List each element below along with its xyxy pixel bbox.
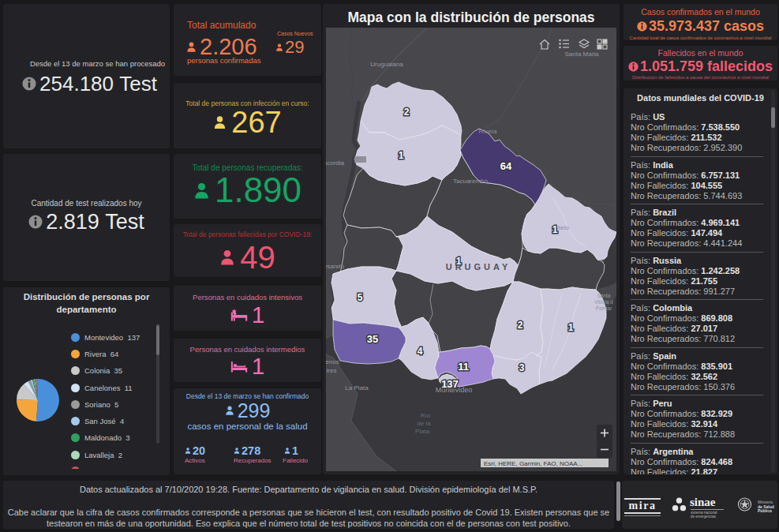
svg-text:Tacuarembó: Tacuarembó [453,178,489,185]
svg-text:Vitória d: Vitória d [594,299,613,305]
svg-text:Plata: Plata [415,428,430,435]
svg-text:11: 11 [458,361,469,373]
svg-text:Concordia: Concordia [326,159,345,167]
svg-text:3: 3 [519,362,525,373]
svg-text:Santa: Santa [597,293,611,298]
svg-text:Rivera: Rivera [478,128,497,135]
svg-text:1: 1 [552,224,558,235]
svg-text:4: 4 [418,346,423,357]
svg-text:1: 1 [568,322,574,333]
svg-text:Santa Maria: Santa Maria [564,51,599,58]
svg-text:Río: Río [421,412,431,419]
svg-text:Esri, HERE, Garmin, FAO, NOAA.: Esri, HERE, Garmin, FAO, NOAA... [484,460,582,467]
svg-text:de la: de la [417,420,431,427]
svg-text:1: 1 [456,256,462,267]
svg-text:1: 1 [399,150,404,161]
svg-text:2: 2 [518,320,523,331]
svg-text:La Plata: La Plata [345,384,369,392]
svg-text:Palmar: Palmar [596,305,612,311]
svg-text:ires: ires [327,367,337,374]
svg-text:Uruguaiana: Uruguaiana [370,61,403,68]
svg-text:137: 137 [441,378,459,390]
svg-text:64: 64 [500,160,512,172]
svg-text:35: 35 [367,333,378,345]
svg-text:2: 2 [404,107,410,118]
svg-text:enos: enos [326,358,339,365]
svg-text:5: 5 [358,292,363,303]
svg-text:Paysandú: Paysandú [326,263,344,270]
